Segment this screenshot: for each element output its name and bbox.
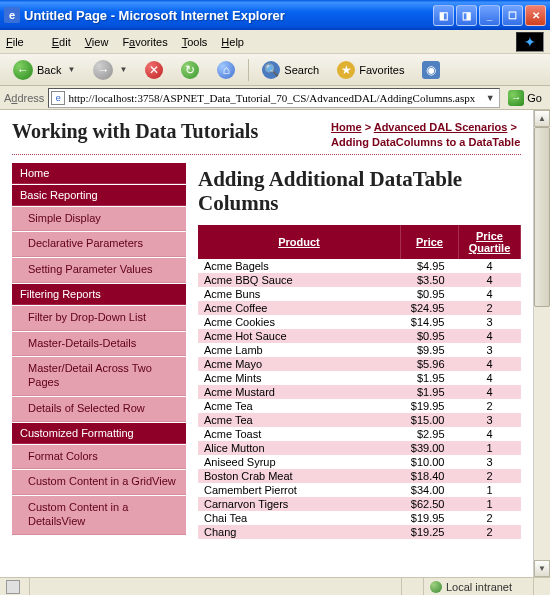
cell-price: $4.95 bbox=[401, 259, 459, 273]
table-row: Acme Toast$2.954 bbox=[198, 427, 521, 441]
search-icon: 🔍 bbox=[262, 61, 280, 79]
cell-product: Acme BBQ Sauce bbox=[198, 273, 401, 287]
stop-button[interactable]: ✕ bbox=[138, 58, 170, 82]
media-button[interactable]: ◉ bbox=[415, 58, 447, 82]
cell-quartile: 3 bbox=[459, 413, 521, 427]
cell-price: $1.95 bbox=[401, 371, 459, 385]
cell-product: Acme Tea bbox=[198, 399, 401, 413]
cell-price: $9.95 bbox=[401, 343, 459, 357]
page-icon: e bbox=[51, 91, 65, 105]
address-dropdown-icon[interactable]: ▼ bbox=[483, 93, 497, 103]
table-row: Chai Tea$19.952 bbox=[198, 511, 521, 525]
cell-product: Acme Mayo bbox=[198, 357, 401, 371]
cell-product: Boston Crab Meat bbox=[198, 469, 401, 483]
forward-button[interactable]: → ▼ bbox=[86, 57, 134, 83]
window-maximize-button[interactable]: ☐ bbox=[502, 5, 523, 26]
col-price[interactable]: Price bbox=[401, 225, 459, 259]
cell-price: $5.96 bbox=[401, 357, 459, 371]
window-minimize-button[interactable]: _ bbox=[479, 5, 500, 26]
refresh-button[interactable]: ↻ bbox=[174, 58, 206, 82]
sidebar-item[interactable]: Details of Selected Row bbox=[12, 397, 186, 422]
sidebar-category[interactable]: Home bbox=[12, 163, 186, 184]
menu-file[interactable]: File bbox=[6, 36, 38, 48]
cell-quartile: 2 bbox=[459, 511, 521, 525]
address-input-wrap[interactable]: e ▼ bbox=[48, 88, 500, 108]
sidebar-item[interactable]: Filter by Drop-Down List bbox=[12, 306, 186, 331]
cell-price: $3.50 bbox=[401, 273, 459, 287]
ie-icon: e bbox=[4, 7, 20, 23]
search-button[interactable]: 🔍 Search bbox=[255, 58, 326, 82]
sidebar-category[interactable]: Basic Reporting bbox=[12, 185, 186, 206]
cell-product: Chang bbox=[198, 525, 401, 539]
status-bar: Local intranet bbox=[0, 577, 550, 595]
page-heading: Adding Additional DataTable Columns bbox=[198, 167, 521, 215]
throbber-icon: ✦ bbox=[516, 32, 544, 52]
scroll-up-button[interactable]: ▲ bbox=[534, 110, 550, 127]
breadcrumb-home[interactable]: Home bbox=[331, 121, 362, 133]
breadcrumb-current: Adding DataColumns to a DataTable bbox=[331, 136, 520, 148]
status-text bbox=[30, 578, 402, 595]
col-quartile[interactable]: Price Quartile bbox=[459, 225, 521, 259]
sidebar-item[interactable]: Master/Detail Across Two Pages bbox=[12, 357, 186, 396]
star-icon: ★ bbox=[337, 61, 355, 79]
cell-quartile: 4 bbox=[459, 385, 521, 399]
window-close-button[interactable]: ✕ bbox=[525, 5, 546, 26]
sidebar-item[interactable]: Custom Content in a GridView bbox=[12, 470, 186, 495]
sidebar-item[interactable]: Declarative Parameters bbox=[12, 232, 186, 257]
sidebar-item[interactable]: Master-Details-Details bbox=[12, 332, 186, 357]
cell-quartile: 1 bbox=[459, 483, 521, 497]
table-row: Camembert Pierrot$34.001 bbox=[198, 483, 521, 497]
table-row: Acme Hot Sauce$0.954 bbox=[198, 329, 521, 343]
cell-product: Acme Lamb bbox=[198, 343, 401, 357]
menu-view[interactable]: View bbox=[85, 36, 109, 48]
menu-help[interactable]: Help bbox=[221, 36, 244, 48]
cell-quartile: 1 bbox=[459, 497, 521, 511]
table-row: Acme Coffee$24.952 bbox=[198, 301, 521, 315]
menu-edit[interactable]: Edit bbox=[52, 36, 71, 48]
menu-favorites[interactable]: Favorites bbox=[122, 36, 167, 48]
table-row: Chang$19.252 bbox=[198, 525, 521, 539]
favorites-button[interactable]: ★ Favorites bbox=[330, 58, 411, 82]
sidebar-item[interactable]: Format Colors bbox=[12, 445, 186, 470]
sidebar-item[interactable]: Simple Display bbox=[12, 207, 186, 232]
window-extra1-button[interactable]: ◧ bbox=[433, 5, 454, 26]
refresh-icon: ↻ bbox=[181, 61, 199, 79]
cell-price: $19.95 bbox=[401, 511, 459, 525]
table-row: Acme Cookies$14.953 bbox=[198, 315, 521, 329]
scroll-track[interactable] bbox=[534, 127, 550, 560]
menu-tools[interactable]: Tools bbox=[182, 36, 208, 48]
cell-quartile: 1 bbox=[459, 441, 521, 455]
table-row: Acme Mustard$1.954 bbox=[198, 385, 521, 399]
home-button[interactable]: ⌂ bbox=[210, 58, 242, 82]
cell-price: $0.95 bbox=[401, 329, 459, 343]
scroll-down-button[interactable]: ▼ bbox=[534, 560, 550, 577]
cell-product: Acme Tea bbox=[198, 413, 401, 427]
address-input[interactable] bbox=[68, 92, 483, 104]
back-button[interactable]: ← Back ▼ bbox=[6, 57, 82, 83]
products-table: Product Price Price Quartile Acme Bagels… bbox=[198, 225, 521, 539]
cell-product: Aniseed Syrup bbox=[198, 455, 401, 469]
breadcrumb-l1[interactable]: Advanced DAL Scenarios bbox=[374, 121, 508, 133]
search-label: Search bbox=[284, 64, 319, 76]
cell-price: $62.50 bbox=[401, 497, 459, 511]
breadcrumb: Home > Advanced DAL Scenarios > Adding D… bbox=[331, 120, 521, 150]
go-button[interactable]: → Go bbox=[504, 89, 546, 107]
cell-quartile: 2 bbox=[459, 525, 521, 539]
cell-product: Acme Mints bbox=[198, 371, 401, 385]
sidebar-category[interactable]: Filtering Reports bbox=[12, 284, 186, 305]
col-product[interactable]: Product bbox=[198, 225, 401, 259]
cell-product: Acme Bagels bbox=[198, 259, 401, 273]
sidebar-item[interactable]: Custom Content in a DetailsView bbox=[12, 496, 186, 535]
window-extra2-button[interactable]: ◨ bbox=[456, 5, 477, 26]
sidebar-category[interactable]: Customized Formatting bbox=[12, 423, 186, 444]
scroll-thumb[interactable] bbox=[534, 127, 550, 307]
table-row: Acme Lamb$9.953 bbox=[198, 343, 521, 357]
address-label: Address bbox=[4, 92, 44, 104]
sidebar-item[interactable]: Setting Parameter Values bbox=[12, 258, 186, 283]
vertical-scrollbar[interactable]: ▲ ▼ bbox=[533, 110, 550, 577]
address-bar: Address e ▼ → Go bbox=[0, 86, 550, 110]
site-title: Working with Data Tutorials bbox=[12, 120, 331, 143]
cell-quartile: 2 bbox=[459, 469, 521, 483]
cell-product: Chai Tea bbox=[198, 511, 401, 525]
cell-price: $14.95 bbox=[401, 315, 459, 329]
